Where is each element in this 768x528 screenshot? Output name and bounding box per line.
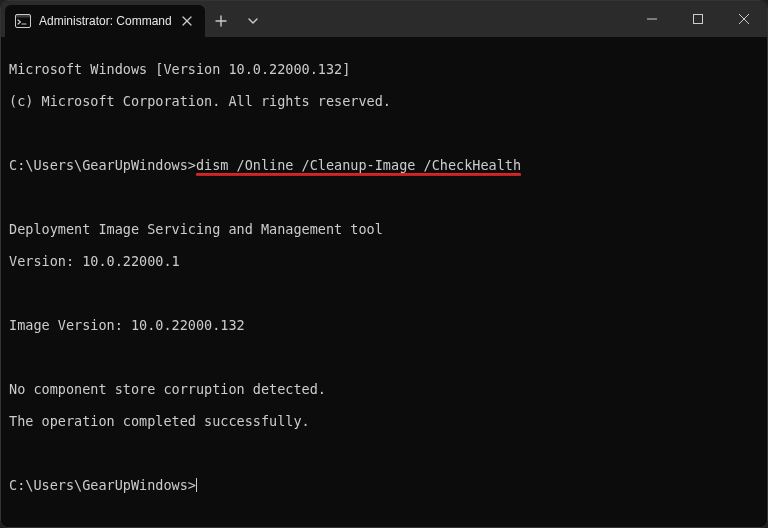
output-line: Deployment Image Servicing and Managemen… bbox=[9, 221, 759, 237]
svg-rect-8 bbox=[694, 15, 703, 24]
command-text: dism /Online /Cleanup-Image /CheckHealth bbox=[196, 157, 521, 173]
blank-line bbox=[9, 189, 759, 205]
prompt-line: C:\Users\GearUpWindows> bbox=[9, 477, 759, 493]
tab-cmd[interactable]: Administrator: Command Prompt bbox=[5, 5, 205, 37]
prompt-line: C:\Users\GearUpWindows>dism /Online /Cle… bbox=[9, 157, 759, 173]
tab-strip: Administrator: Command Prompt bbox=[1, 1, 269, 37]
prompt-path: C:\Users\GearUpWindows> bbox=[9, 477, 196, 493]
titlebar[interactable]: Administrator: Command Prompt bbox=[1, 1, 767, 37]
window-controls bbox=[629, 1, 767, 37]
annotation-underline bbox=[196, 173, 521, 176]
output-line: Version: 10.0.22000.1 bbox=[9, 253, 759, 269]
cmd-icon bbox=[15, 14, 31, 28]
blank-line bbox=[9, 445, 759, 461]
svg-rect-1 bbox=[16, 15, 31, 18]
maximize-button[interactable] bbox=[675, 1, 721, 37]
close-window-button[interactable] bbox=[721, 1, 767, 37]
output-line: Microsoft Windows [Version 10.0.22000.13… bbox=[9, 61, 759, 77]
blank-line bbox=[9, 125, 759, 141]
tab-dropdown-button[interactable] bbox=[237, 5, 269, 37]
output-line: Image Version: 10.0.22000.132 bbox=[9, 317, 759, 333]
tab-close-button[interactable] bbox=[179, 13, 195, 29]
output-line: No component store corruption detected. bbox=[9, 381, 759, 397]
text-cursor bbox=[196, 478, 198, 492]
minimize-button[interactable] bbox=[629, 1, 675, 37]
prompt-path: C:\Users\GearUpWindows> bbox=[9, 157, 196, 173]
new-tab-button[interactable] bbox=[205, 5, 237, 37]
blank-line bbox=[9, 349, 759, 365]
tab-title: Administrator: Command Prompt bbox=[39, 14, 171, 28]
output-line: (c) Microsoft Corporation. All rights re… bbox=[9, 93, 759, 109]
terminal-window: Administrator: Command Prompt bbox=[0, 0, 768, 528]
blank-line bbox=[9, 285, 759, 301]
output-line: The operation completed successfully. bbox=[9, 413, 759, 429]
terminal-output[interactable]: Microsoft Windows [Version 10.0.22000.13… bbox=[1, 37, 767, 528]
